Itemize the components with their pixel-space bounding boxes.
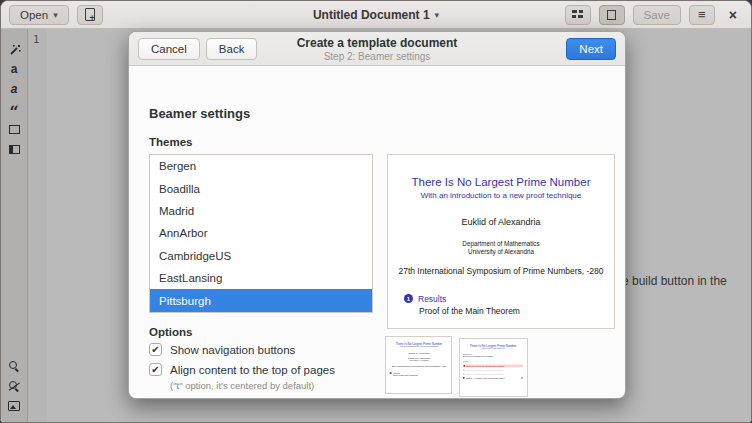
option-align-top-note: ("t" option, it's centered by default): [170, 380, 314, 391]
cancel-button[interactable]: Cancel: [138, 38, 200, 60]
theme-item-madrid[interactable]: Madrid: [150, 200, 372, 222]
option-show-navigation-label: Show navigation buttons: [170, 344, 295, 356]
slide-author: Euklid of Alexandria: [388, 217, 614, 227]
theme-item-bergen[interactable]: Bergen: [150, 155, 372, 177]
results-bullet-icon: 1: [390, 372, 392, 374]
results-bullet-icon: 1: [404, 294, 413, 303]
preview-toggle-button[interactable]: [599, 5, 625, 25]
theme-preview: There Is No Largest Prime Number With an…: [387, 154, 615, 329]
slide-title: There Is No Largest Prime Number: [388, 176, 614, 188]
option-show-navigation[interactable]: ✔ Show navigation buttons: [149, 343, 295, 356]
headerbar: Open ▾ + Untitled Document 1 ▾: [1, 1, 751, 29]
close-icon: ×: [729, 7, 737, 23]
menu-button[interactable]: ≡: [689, 5, 715, 25]
preview-panel-icon: [607, 10, 616, 20]
dialog-title: Create a template document: [297, 36, 458, 51]
slide-event: 27th International Symposium of Prime Nu…: [388, 266, 614, 276]
theme-item-cambridgeus[interactable]: CambridgeUS: [150, 245, 372, 267]
theme-item-pittsburgh[interactable]: Pittsburgh: [150, 289, 372, 311]
theme-item-boadilla[interactable]: Boadilla: [150, 177, 372, 199]
chevron-down-icon: ▾: [53, 10, 58, 20]
results-title: Results: [418, 294, 446, 304]
app-window: Open ▾ + Untitled Document 1 ▾: [0, 0, 752, 423]
options-label: Options: [149, 326, 192, 338]
new-document-icon: +: [85, 8, 95, 21]
window-close-button[interactable]: ×: [723, 7, 743, 23]
open-button-label: Open: [20, 9, 48, 21]
option-align-top[interactable]: ✔ Align content to the top of pages: [149, 363, 335, 376]
build-log-icon: [571, 9, 584, 20]
template-wizard-dialog: Cancel Back Create a template document S…: [128, 31, 626, 399]
headerbar-right: Save ≡ ×: [565, 5, 743, 25]
save-button[interactable]: Save: [633, 5, 681, 25]
qed-icon: [522, 377, 524, 379]
back-button[interactable]: Back: [206, 38, 258, 60]
slide-results-block: 1 Results Proof of the Main Theorem: [388, 294, 614, 316]
dialog-title-box: Create a template document Step 2: Beame…: [129, 32, 625, 66]
option-align-top-label: Align content to the top of pages: [170, 364, 335, 376]
dialog-headerbar: Cancel Back Create a template document S…: [129, 32, 625, 66]
beamer-settings-heading: Beamer settings: [149, 106, 250, 121]
themes-label: Themes: [149, 136, 192, 148]
checkbox-checked-icon[interactable]: ✔: [149, 343, 162, 356]
slide-subtitle: With an introduction to a new proof tech…: [388, 191, 614, 200]
results-text: Proof of the Main Theorem: [404, 306, 614, 316]
chevron-down-icon: ▾: [435, 10, 440, 20]
save-button-label: Save: [644, 9, 670, 21]
theme-item-annarbor[interactable]: AnnArbor: [150, 222, 372, 244]
checkbox-checked-icon[interactable]: ✔: [149, 363, 162, 376]
theme-item-eastlansing[interactable]: EastLansing: [150, 267, 372, 289]
next-button[interactable]: Next: [566, 38, 616, 60]
hamburger-menu-icon: ≡: [698, 8, 706, 21]
dialog-body: Beamer settings Themes Bergen Boadilla M…: [129, 66, 625, 399]
slide-thumbnail-1[interactable]: There Is No Largest Prime Number With an…: [385, 336, 452, 394]
build-log-button[interactable]: [565, 5, 591, 25]
open-button[interactable]: Open ▾: [9, 5, 69, 25]
slide-thumbnail-2[interactable]: There Is No Largest Prime Number Proof o…: [459, 338, 528, 397]
new-document-button[interactable]: +: [77, 5, 103, 25]
preview-slide: There Is No Largest Prime Number With an…: [388, 155, 614, 328]
slide-institute: Department of Mathematics University of …: [388, 240, 614, 256]
dialog-subtitle: Step 2: Beamer settings: [324, 51, 431, 63]
theme-list: Bergen Boadilla Madrid AnnArbor Cambridg…: [149, 154, 373, 313]
